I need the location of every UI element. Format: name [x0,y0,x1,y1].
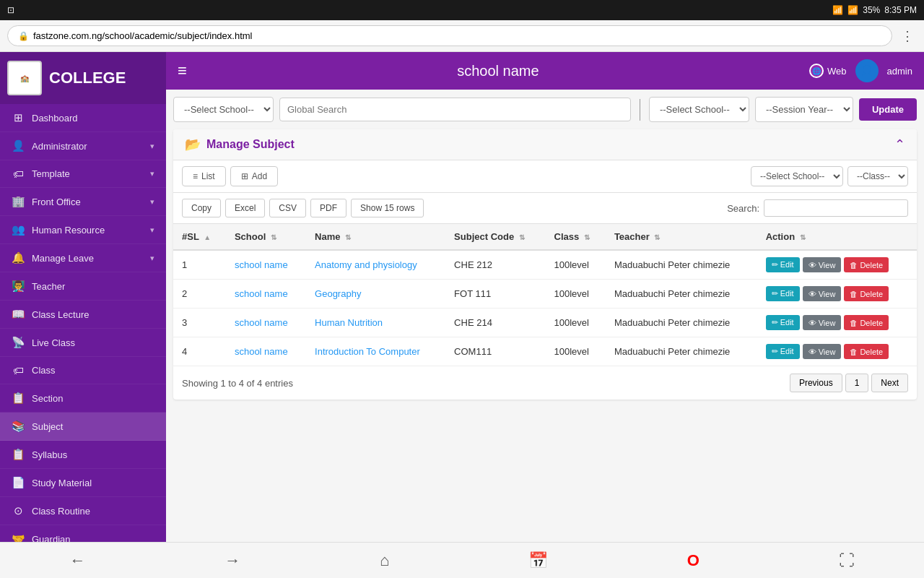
csv-button[interactable]: CSV [269,199,306,217]
subject-name-link[interactable]: Anatomy and physiology [315,259,417,270]
view-button[interactable]: 👁 View [803,315,842,330]
col-class[interactable]: Class ⇅ [546,224,606,250]
admin-label: admin [887,66,912,77]
delete-button[interactable]: 🗑 Delete [844,257,889,272]
sidebar-item-human-resource[interactable]: 👥 Human Resource ▾ [0,216,166,244]
col-sl[interactable]: #SL ▲ [173,224,226,250]
add-icon: ⊞ [241,171,248,181]
sidebar-item-dashboard[interactable]: ⊞ Dashboard [0,104,166,132]
sidebar-label-class: Class [32,365,56,376]
sidebar-item-class-routine[interactable]: ⊙ Class Routine [0,497,166,525]
update-button[interactable]: Update [859,98,917,121]
school-link[interactable]: school name [235,259,288,270]
teacher-icon: 👨‍🏫 [12,280,25,293]
sidebar-item-subject[interactable]: 📚 Subject [0,413,166,441]
school-link[interactable]: school name [235,346,288,357]
school-link[interactable]: school name [235,317,288,328]
sidebar-item-template[interactable]: 🏷 Template ▾ [0,160,166,188]
edit-button[interactable]: ✏ Edit [766,257,800,272]
sidebar-item-class-lecture[interactable]: 📖 Class Lecture [0,301,166,329]
browser-menu-icon[interactable]: ⋮ [898,28,917,44]
expand-button[interactable]: ⛶ [824,551,869,570]
sidebar-item-class[interactable]: 🏷 Class [0,357,166,384]
filter-divider [640,99,640,121]
main-content: --Select School-- --Select School-- --Se… [166,90,924,542]
sidebar-item-manage-leave[interactable]: 🔔 Manage Leave ▾ [0,244,166,272]
school-link[interactable]: school name [235,288,288,299]
edit-button[interactable]: ✏ Edit [766,315,800,330]
sidebar-label-teacher: Teacher [32,281,65,292]
user-avatar[interactable]: 👤 [855,59,879,82]
pdf-button[interactable]: PDF [310,199,346,217]
battery-level: 35% [863,5,880,15]
page-number[interactable]: 1 [845,374,869,392]
delete-button[interactable]: 🗑 Delete [844,286,889,301]
hamburger-icon[interactable]: ≡ [178,61,187,80]
cell-sl: 1 [173,250,226,280]
manage-subject-card: 📂 Manage Subject ⌃ ≡ List [173,129,917,400]
excel-button[interactable]: Excel [225,199,265,217]
table-row: 4 school name Introduction To Computer C… [173,337,917,366]
next-button[interactable]: Next [871,374,908,392]
cell-name: Human Nutrition [306,309,445,337]
view-button[interactable]: 👁 View [803,344,842,359]
url-bar[interactable]: 🔒 fastzone.com.ng/school/academic/subjec… [7,25,892,46]
table-search-input[interactable] [764,199,908,217]
subject-name-link[interactable]: Introduction To Computer [315,346,420,357]
subject-name-link[interactable]: Human Nutrition [315,317,383,328]
delete-button[interactable]: 🗑 Delete [844,315,889,330]
sidebar-item-front-office[interactable]: 🏢 Front Office ▾ [0,188,166,216]
show-rows-button[interactable]: Show 15 rows [351,199,424,217]
global-search-input[interactable] [279,98,631,121]
cell-code: CHE 214 [445,309,545,337]
sidebar-item-live-class[interactable]: 📡 Live Class [0,329,166,357]
sidebar: 🏫 COLLEGE ⊞ Dashboard 👤 Administrator ▾ … [0,52,166,542]
copy-button[interactable]: Copy [182,199,221,217]
view-button[interactable]: 👁 View [803,257,842,272]
manage-subject-icon: 📂 [185,137,201,152]
table-footer: Showing 1 to 4 of 4 entries Previous 1 N… [173,366,917,400]
edit-button[interactable]: ✏ Edit [766,286,800,301]
opera-button[interactable]: O [673,551,714,570]
export-bar: Copy Excel CSV PDF Show 15 rows Search: [173,193,917,224]
col-teacher[interactable]: Teacher ⇅ [606,224,757,250]
sidebar-label-guardian: Guardian [32,534,70,543]
calendar-button[interactable]: 📅 [514,551,562,570]
web-label: Web [827,66,847,77]
sidebar-item-study-material[interactable]: 📄 Study Material [0,469,166,497]
list-button[interactable]: ≡ List [182,166,226,186]
home-button[interactable]: ⌂ [365,551,404,570]
toolbar-class-select[interactable]: --Class-- [847,166,908,186]
cell-action: ✏ Edit 👁 View 🗑 Delete [757,309,917,337]
add-button[interactable]: ⊞ Add [230,166,278,186]
cell-school: school name [226,337,306,366]
collapse-button[interactable]: ⌃ [894,137,905,152]
edit-button[interactable]: ✏ Edit [766,344,800,359]
dashboard-icon: ⊞ [12,111,25,124]
top-nav-title: school name [196,63,801,79]
sidebar-item-syllabus[interactable]: 📋 Syllabus [0,441,166,469]
school-select-2[interactable]: --Select School-- [649,97,749,122]
subject-name-link[interactable]: Geography [315,288,361,299]
sidebar-label-study-material: Study Material [32,478,92,488]
web-button[interactable]: 🌐 Web [809,64,847,78]
col-subject-code[interactable]: Subject Code ⇅ [445,224,545,250]
sidebar-item-section[interactable]: 📋 Section [0,384,166,413]
sidebar-label-class-routine: Class Routine [32,506,90,517]
col-school[interactable]: School ⇅ [226,224,306,250]
sidebar-item-guardian[interactable]: 🤝 Guardian [0,525,166,542]
col-name[interactable]: Name ⇅ [306,224,445,250]
sidebar-item-teacher[interactable]: 👨‍🏫 Teacher [0,272,166,301]
card-header: 📂 Manage Subject ⌃ [173,129,917,160]
previous-button[interactable]: Previous [790,374,842,392]
school-select-1[interactable]: --Select School-- [173,97,274,122]
view-button[interactable]: 👁 View [803,286,842,301]
back-button[interactable]: ← [55,551,100,570]
cell-class: 100level [546,337,606,366]
session-year-select[interactable]: --Session Year-- [755,97,853,122]
sidebar-item-administrator[interactable]: 👤 Administrator ▾ [0,132,166,160]
subject-icon: 📚 [12,420,25,433]
toolbar-school-select[interactable]: --Select School-- [751,166,843,186]
forward-button[interactable]: → [210,551,255,570]
delete-button[interactable]: 🗑 Delete [844,344,889,359]
